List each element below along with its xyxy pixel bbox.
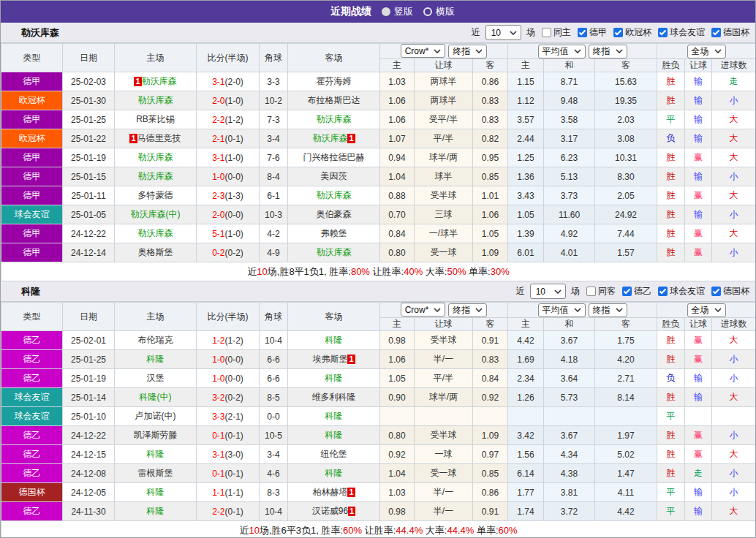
result-cell: 赢 — [685, 186, 712, 205]
fulltime-score: 0-1 — [212, 469, 224, 479]
odds-dropdown-cell: Crow*终指 — [380, 44, 508, 59]
average-cell: 5.73 — [544, 388, 595, 407]
halftime-score: (0-0) — [225, 355, 243, 365]
odds-cell: 1.09 — [473, 426, 508, 445]
avg-source-dropdown[interactable]: 平均值 — [538, 45, 586, 58]
league-type-badge: 德乙 — [1, 350, 63, 369]
match-row: 德乙24-12-15科隆3-1(3-0)3-4纽伦堡0.92一球0.971.56… — [1, 445, 756, 464]
chevron-down-icon — [510, 31, 517, 35]
radio-selected-icon[interactable] — [382, 7, 390, 16]
avg-source-dropdown[interactable]: 平均值 — [538, 303, 586, 317]
chevron-down-icon — [475, 308, 483, 312]
summary-text: 40% — [404, 266, 423, 277]
match-count-select[interactable]: 10 — [485, 25, 521, 40]
match-row: 德乙24-11-30科隆2-2(0-1)10-4汉诺威9610.98半/一0.9… — [1, 502, 756, 521]
league-checkbox[interactable] — [658, 287, 668, 296]
column-header: 日期 — [63, 303, 115, 331]
layout-radio-vertical[interactable]: 竖版 — [382, 5, 413, 18]
league-checkbox[interactable] — [711, 287, 721, 296]
red-card-badge: 1 — [348, 507, 355, 516]
league-checkbox[interactable] — [622, 287, 632, 296]
away-team-name: 弗赖堡 — [321, 228, 347, 238]
home-team: 凯泽斯劳滕 — [115, 426, 197, 445]
result-cell: 胜 — [657, 464, 685, 483]
away-team-name: 纽伦堡 — [321, 449, 347, 459]
result-cell: 胜 — [657, 205, 685, 224]
away-team: 埃弗斯堡1 — [288, 350, 380, 369]
home-team: 科隆 — [115, 350, 197, 369]
away-team-name: 勒沃库森 — [317, 190, 352, 200]
match-date: 24-12-15 — [63, 445, 115, 464]
radio-unselected-icon[interactable] — [423, 7, 432, 16]
odds-cell — [415, 407, 473, 426]
odds-cell: 0.83 — [473, 110, 508, 129]
home-team: 科隆 — [115, 502, 197, 521]
odds-dropdown-cell: Crow*终指 — [380, 303, 508, 318]
scope-dropdown[interactable]: 全场 — [687, 303, 726, 317]
score-cell: 1-2(1-2) — [197, 331, 260, 350]
odds-cell: 受一球 — [415, 464, 473, 483]
result-cell: 胜 — [657, 186, 685, 205]
score-cell: 2-3(1-3) — [197, 186, 260, 205]
away-team: 维多利科隆 — [288, 388, 380, 407]
section-controls: 近10场同客德乙球会友谊德国杯 — [516, 284, 749, 299]
odds-cell: 0.80 — [380, 426, 415, 445]
sub-column-header: 和 — [544, 59, 595, 72]
away-team-name: 汉诺威96 — [312, 506, 348, 516]
odds-cell: 半/一 — [415, 483, 473, 502]
avg-final-dropdown[interactable]: 终指 — [589, 45, 627, 58]
chevron-down-icon — [475, 49, 483, 53]
layout-radio-horizontal[interactable]: 横版 — [423, 5, 455, 18]
odds-final-dropdown[interactable]: 终指 — [448, 45, 487, 58]
result-cell: 小 — [712, 483, 756, 502]
near-label: 近 — [472, 26, 480, 39]
match-row: 欧冠杯25-01-30勒沃库森2-0(1-0)10-2布拉格斯巴达1.06两球半… — [1, 91, 756, 110]
result-cell: 大 — [712, 331, 756, 350]
away-team-name: 门兴格拉德巴赫 — [303, 152, 365, 162]
average-cell: 1.15 — [508, 72, 544, 91]
home-team-name: RB莱比锡 — [136, 114, 175, 124]
average-cell: 6.23 — [544, 148, 595, 167]
odds-cell: 1.09 — [473, 243, 508, 262]
halftime-score: (0-1) — [225, 507, 243, 517]
away-team-name: 科隆 — [325, 430, 343, 440]
home-team: RB莱比锡 — [115, 110, 197, 129]
league-type-badge: 球会友谊 — [1, 205, 63, 224]
sub-column-header: 进球数 — [712, 59, 756, 72]
odds-source-dropdown[interactable]: Crow* — [401, 44, 446, 58]
average-cell: 24.92 — [595, 205, 657, 224]
corner-cell: 3-3 — [260, 72, 288, 91]
avg-final-dropdown[interactable]: 终指 — [589, 303, 627, 317]
match-count-select[interactable]: 10 — [530, 284, 566, 299]
column-header: 比分(半场) — [197, 44, 260, 72]
league-checkbox[interactable] — [711, 28, 721, 37]
scope-dropdown[interactable]: 全场 — [687, 45, 726, 58]
result-cell: 走 — [712, 72, 756, 91]
league-checkbox[interactable] — [578, 28, 587, 37]
dropdown-label: Crow* — [405, 305, 429, 315]
league-type-badge: 德乙 — [1, 331, 63, 350]
same-venue-checkbox[interactable] — [586, 287, 596, 296]
result-cell: 走 — [685, 464, 712, 483]
odds-cell: 0.85 — [473, 167, 508, 186]
match-row: 德乙24-12-08雷根斯堡0-1(0-1)4-6科隆1.04受一球0.856.… — [1, 464, 756, 483]
halftime-score: (1-3) — [225, 191, 243, 201]
odds-cell: 1.07 — [380, 129, 415, 148]
same-venue-checkbox[interactable] — [542, 28, 551, 37]
away-team: 科隆 — [288, 426, 380, 445]
average-cell: 1.26 — [508, 388, 544, 407]
red-card-badge: 1 — [134, 77, 141, 86]
dropdown-label: 终指 — [453, 45, 470, 58]
league-type-badge: 德甲 — [1, 110, 63, 129]
summary-cell: 近10场,胜6平3负1, 胜率:60% 让胜率:44.4% 大率:44.4% 单… — [1, 521, 756, 538]
odds-source-dropdown[interactable]: Crow* — [401, 303, 446, 317]
average-cell: 7.44 — [595, 224, 657, 243]
odds-final-dropdown[interactable]: 终指 — [448, 303, 487, 317]
match-row: 德乙25-02-01布伦瑞克1-2(1-2)10-4科隆0.98受半球0.914… — [1, 331, 756, 350]
league-checkbox[interactable] — [658, 28, 668, 37]
odds-cell: 1.06 — [473, 205, 508, 224]
summary-text: 近 — [247, 266, 257, 277]
league-type-badge: 德乙 — [1, 502, 63, 521]
fulltime-score: 1-1 — [212, 488, 224, 498]
league-checkbox[interactable] — [613, 28, 623, 37]
